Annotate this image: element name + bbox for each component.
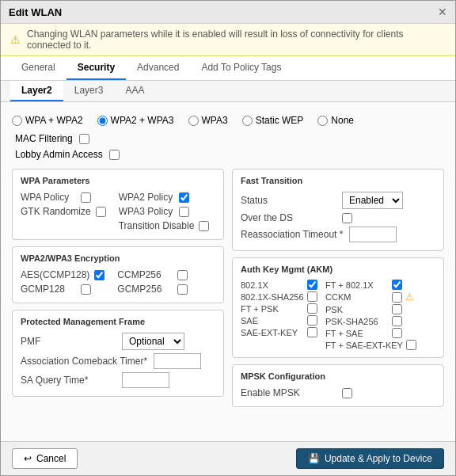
- akm-psk-sha256-checkbox[interactable]: [392, 316, 402, 326]
- akm-ft-sae-checkbox[interactable]: [392, 328, 402, 338]
- tab-advanced[interactable]: Advanced: [126, 56, 190, 80]
- title-bar: Edit WLAN ✕: [1, 1, 455, 24]
- radio-wpa3-input[interactable]: [188, 116, 199, 126]
- transition-disable-checkbox[interactable]: [199, 221, 209, 231]
- radio-wpa2-wpa3-input[interactable]: [97, 116, 108, 126]
- akm-ft-8021x-label: FT + 802.1X: [325, 280, 389, 290]
- wpa2-policy-row: WPA2 Policy: [119, 190, 210, 204]
- akm-left: 802.1X 802.1X-SHA256 FT + PSK: [241, 279, 317, 351]
- akm-ft-psk-checkbox[interactable]: [307, 303, 317, 314]
- gcmp256-row: GCMP256: [117, 282, 188, 296]
- radio-wpa-wpa2[interactable]: WPA + WPA2: [12, 115, 83, 126]
- akm-grid: 802.1X 802.1X-SHA256 FT + PSK: [241, 279, 435, 351]
- akm-cckm-row: CCKM ⚠: [325, 291, 416, 303]
- akm-cckm-label: CCKM: [325, 292, 389, 302]
- mac-filtering-checkbox[interactable]: [79, 134, 89, 144]
- assoc-timer-label: Association Comeback Timer*: [21, 356, 147, 367]
- radio-static-wep[interactable]: Static WEP: [242, 115, 304, 126]
- reassoc-input[interactable]: 20: [349, 227, 397, 242]
- wpa-params-section: WPA Parameters WPA Policy GTK Randomize: [12, 169, 224, 240]
- main-tabs: General Security Advanced Add To Policy …: [1, 56, 455, 81]
- akm-sae-ext-key-checkbox[interactable]: [307, 327, 317, 337]
- radio-wpa3[interactable]: WPA3: [188, 115, 228, 126]
- fast-transition-title: Fast Transition: [241, 176, 435, 185]
- akm-sae-checkbox[interactable]: [307, 315, 317, 326]
- left-col: WPA Parameters WPA Policy GTK Randomize: [12, 162, 224, 413]
- mpsk-title: MPSK Configuration: [241, 371, 435, 381]
- akm-8021x-sha256-label: 802.1X-SHA256: [241, 292, 304, 302]
- aes-checkbox[interactable]: [94, 270, 104, 280]
- akm-ft-sae-ext-key-checkbox[interactable]: [406, 340, 416, 350]
- ft-status-row: Status Enabled Disabled: [241, 190, 435, 211]
- sa-query-row: SA Query Time* 200: [21, 371, 215, 390]
- wpa3-policy-label: WPA3 Policy: [119, 206, 174, 217]
- tab-general[interactable]: General: [10, 56, 66, 80]
- ft-status-select[interactable]: Enabled Disabled: [342, 192, 403, 209]
- warning-bar: ⚠ Changing WLAN parameters while it is e…: [1, 24, 455, 56]
- over-ds-checkbox[interactable]: [342, 213, 352, 223]
- akm-ft-sae-ext-key-label: FT + SAE-EXT-KEY: [325, 341, 403, 350]
- update-button[interactable]: 💾 Update & Apply to Device: [296, 448, 444, 469]
- akm-sae-row: SAE: [241, 314, 317, 326]
- akm-title: Auth Key Mgmt (AKM): [241, 265, 435, 274]
- footer: ↩ Cancel 💾 Update & Apply to Device: [1, 441, 455, 475]
- radio-none-input[interactable]: [317, 116, 328, 126]
- ccmp256-label: CCMP256: [117, 269, 173, 280]
- tab-layer3[interactable]: Layer3: [63, 81, 115, 101]
- tab-aaa[interactable]: AAA: [114, 81, 155, 101]
- akm-ft-psk-label: FT + PSK: [241, 304, 304, 314]
- gcmp128-checkbox[interactable]: [81, 284, 91, 295]
- pmf-section: Protected Management Frame PMF Optional …: [12, 310, 224, 397]
- mpsk-enable-checkbox[interactable]: [342, 388, 352, 398]
- akm-sae-ext-key-label: SAE-EXT-KEY: [241, 328, 304, 337]
- ccmp256-checkbox[interactable]: [177, 270, 188, 280]
- mpsk-enable-label: Enable MPSK: [241, 387, 336, 398]
- akm-psk-label: PSK: [325, 305, 389, 314]
- akm-sae-label: SAE: [241, 316, 304, 326]
- pmf-title: Protected Management Frame: [21, 317, 215, 326]
- akm-8021x-checkbox[interactable]: [307, 280, 317, 290]
- lobby-admin-label: Lobby Admin Access: [15, 149, 103, 160]
- lobby-admin-checkbox[interactable]: [109, 150, 120, 160]
- radio-static-wep-input[interactable]: [242, 116, 253, 126]
- wpa3-policy-checkbox[interactable]: [179, 207, 189, 217]
- ccmp256-row: CCMP256: [117, 268, 188, 282]
- right-col: Fast Transition Status Enabled Disabled …: [232, 162, 444, 413]
- aes-row: AES(CCMP128): [21, 268, 104, 282]
- update-label: Update & Apply to Device: [325, 453, 432, 464]
- dialog-title: Edit WLAN: [9, 6, 62, 18]
- enc-left: AES(CCMP128) GCMP128: [21, 268, 104, 296]
- cancel-button[interactable]: ↩ Cancel: [12, 448, 78, 469]
- close-button[interactable]: ✕: [438, 6, 447, 18]
- edit-wlan-dialog: Edit WLAN ✕ ⚠ Changing WLAN parameters w…: [0, 0, 456, 476]
- gcmp128-label: GCMP128: [21, 284, 76, 295]
- gtk-randomize-label: GTK Randomize: [21, 206, 91, 217]
- akm-cckm-checkbox[interactable]: [392, 292, 402, 303]
- aes-label: AES(CCMP128): [21, 269, 89, 280]
- akm-psk-checkbox[interactable]: [392, 304, 402, 314]
- tab-layer2[interactable]: Layer2: [10, 81, 63, 101]
- pmf-label: PMF: [21, 336, 116, 347]
- pmf-select[interactable]: Optional Required Disabled: [122, 333, 184, 350]
- wpa2-policy-checkbox[interactable]: [179, 192, 189, 203]
- akm-right: FT + 802.1X CCKM ⚠ PSK: [325, 279, 416, 351]
- reassoc-row: Reassociation Timeout * 20: [241, 225, 435, 244]
- wpa3-policy-row: WPA3 Policy: [119, 204, 210, 219]
- mpsk-enable-row: Enable MPSK: [241, 386, 435, 400]
- akm-ft-8021x-checkbox[interactable]: [392, 280, 402, 290]
- assoc-timer-input[interactable]: 1: [154, 353, 201, 369]
- radio-none[interactable]: None: [317, 115, 354, 126]
- tab-policy-tags[interactable]: Add To Policy Tags: [190, 56, 292, 80]
- over-ds-label: Over the DS: [241, 212, 336, 223]
- sa-query-input[interactable]: 200: [122, 372, 169, 388]
- tab-security[interactable]: Security: [66, 56, 126, 80]
- akm-8021x-sha256-checkbox[interactable]: [307, 291, 317, 302]
- gcmp256-checkbox[interactable]: [177, 284, 188, 295]
- wpa-policy-checkbox[interactable]: [81, 192, 91, 203]
- gtk-randomize-row: GTK Randomize: [21, 204, 106, 219]
- gtk-randomize-checkbox[interactable]: [96, 207, 106, 217]
- radio-wpa-wpa2-input[interactable]: [12, 116, 22, 126]
- akm-sae-ext-key-row: SAE-EXT-KEY: [241, 326, 317, 338]
- update-icon: 💾: [308, 453, 320, 464]
- radio-wpa2-wpa3[interactable]: WPA2 + WPA3: [97, 115, 174, 126]
